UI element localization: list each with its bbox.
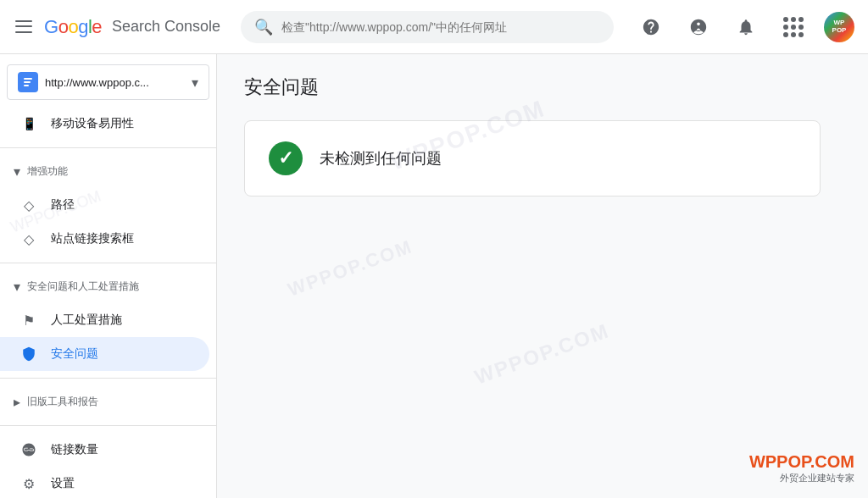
nav-divider-1: [0, 147, 216, 148]
header: Google Search Console 🔍 检查"http://www.wp…: [0, 0, 868, 54]
page-title: 安全问题: [244, 75, 841, 100]
diamond-icon-sitelinks: [20, 230, 37, 247]
checkmark: ✓: [278, 147, 293, 169]
diamond-icon-breadcrumbs: [20, 196, 37, 213]
google-logo: Google: [44, 16, 102, 38]
sidebar-item-settings[interactable]: 设置: [0, 467, 209, 498]
hamburger-icon[interactable]: [14, 17, 34, 37]
link-icon: [20, 441, 37, 458]
sidebar-item-manual-label: 人工处置措施: [51, 313, 122, 328]
avatar[interactable]: WPPOP: [824, 12, 854, 42]
legacy-section-header[interactable]: ▸ 旧版工具和报告: [0, 385, 216, 418]
site-icon: [18, 72, 38, 92]
sidebar-item-manual-actions[interactable]: 人工处置措施: [0, 303, 209, 337]
enhanced-section-header[interactable]: ▾ 增强功能: [0, 155, 216, 188]
brand-name: WPPOP.COM: [749, 452, 854, 472]
brand-subtitle: 外贸企业建站专家: [749, 472, 854, 484]
nav-divider-3: [0, 378, 216, 379]
mobile-icon: [20, 115, 37, 132]
sidebar-item-breadcrumbs[interactable]: 路径: [0, 188, 209, 222]
security-section-label: 安全问题和人工处置措施: [27, 279, 139, 294]
logo-container: Google Search Console: [44, 16, 220, 38]
sidebar-item-mobile[interactable]: 移动设备易用性: [0, 107, 209, 141]
header-left: Google Search Console: [14, 16, 220, 38]
account-circle-icon[interactable]: [682, 10, 715, 44]
sidebar-item-security-label: 安全问题: [51, 346, 98, 362]
site-selector[interactable]: http://www.wppop.c... ▾: [7, 64, 209, 100]
search-input[interactable]: 检查"http://www.wppop.com/"中的任何: [281, 20, 600, 34]
sidebar-item-links-label: 链接数量: [51, 442, 98, 457]
site-url: http://www.wppop.c...: [45, 76, 185, 89]
apps-grid: [783, 17, 804, 37]
security-section-header[interactable]: ▾ 安全问题和人工处置措施: [0, 270, 216, 303]
main-layout: http://www.wppop.c... ▾ 移动设备易用性 ▾ 增强功能 路…: [0, 54, 868, 498]
legacy-section-label: 旧版工具和报告: [27, 395, 98, 409]
sidebar-item-settings-label: 设置: [51, 476, 75, 491]
product-name: Search Console: [112, 18, 220, 36]
enhanced-section-label: 增强功能: [27, 164, 68, 179]
flag-icon: [20, 312, 37, 329]
sidebar-item-sitelinks-label: 站点链接搜索框: [51, 231, 134, 246]
search-bar-icon: 🔍: [254, 18, 273, 36]
status-text: 未检测到任何问题: [320, 148, 442, 169]
watermark-3: WPPOP.COM: [471, 318, 612, 389]
help-icon[interactable]: [634, 10, 668, 44]
security-collapse-icon: ▾: [14, 279, 20, 295]
sidebar-item-breadcrumbs-label: 路径: [51, 197, 75, 213]
gear-icon: [20, 475, 37, 492]
sidebar-item-security[interactable]: 安全问题: [0, 337, 209, 371]
enhanced-collapse-icon: ▾: [14, 163, 20, 180]
sidebar: http://www.wppop.c... ▾ 移动设备易用性 ▾ 增强功能 路…: [0, 54, 217, 498]
check-circle-icon: ✓: [269, 141, 303, 175]
content-area: WPPOP.COM WPPOP.COM WPPOP.COM 安全问题 ✓ 未检测…: [217, 54, 868, 498]
header-right: WPPOP: [634, 10, 854, 44]
search-bar[interactable]: 🔍 检查"http://www.wppop.com/"中的任何: [241, 11, 614, 43]
google-logo-text: Google: [44, 16, 102, 38]
avatar-text: WPPOP: [832, 19, 847, 35]
brand: WPPOP.COM 外贸企业建站专家: [749, 452, 854, 484]
legacy-collapse-icon: ▸: [14, 394, 20, 410]
status-card: ✓ 未检测到任何问题: [244, 120, 821, 196]
nav-divider-4: [0, 425, 216, 426]
sidebar-item-mobile-label: 移动设备易用性: [51, 116, 134, 131]
dropdown-arrow-icon: ▾: [192, 75, 198, 91]
apps-icon[interactable]: [776, 10, 810, 44]
notifications-icon[interactable]: [729, 10, 763, 44]
shield-icon: [20, 346, 37, 362]
nav-divider-2: [0, 263, 216, 263]
sidebar-item-links[interactable]: 链接数量: [0, 433, 209, 467]
watermark-2: WPPOP.COM: [285, 235, 415, 301]
sidebar-item-sitelinks[interactable]: 站点链接搜索框: [0, 222, 209, 256]
